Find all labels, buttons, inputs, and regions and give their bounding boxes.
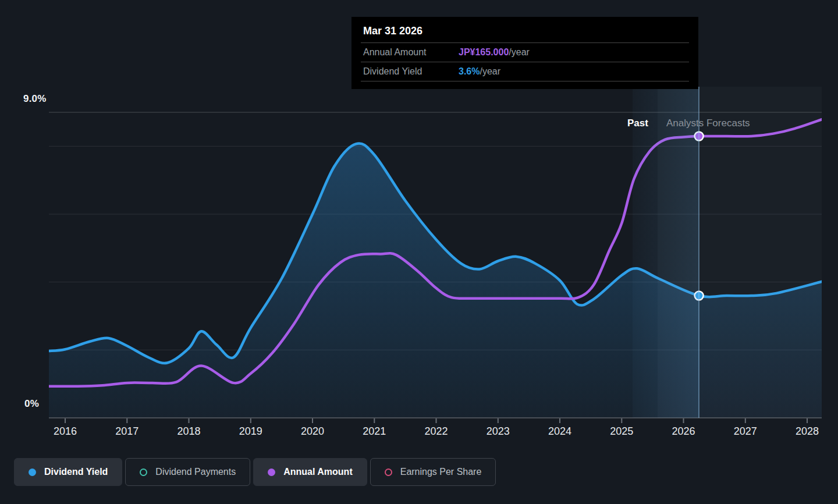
- legend-label: Dividend Yield: [44, 467, 108, 477]
- x-axis-label: 2018: [177, 425, 200, 438]
- x-axis-label: 2027: [734, 425, 757, 438]
- annual-amount-marker: [695, 132, 704, 141]
- tooltip-row-label: Annual Amount: [363, 47, 459, 58]
- legend-button-annual-amount[interactable]: Annual Amount: [253, 458, 367, 486]
- tooltip-date-title: Mar 31 2026: [361, 17, 689, 42]
- x-axis-label: 2021: [363, 425, 386, 438]
- tooltip-row-value: JP¥165.000: [459, 47, 509, 58]
- tooltip-row-value: 3.6%: [459, 66, 480, 77]
- y-axis-min-label: 0%: [24, 398, 39, 410]
- legend-outline-dot-icon: [140, 468, 147, 476]
- x-axis-label: 2017: [115, 425, 139, 438]
- tooltip-row-suffix: /year: [509, 47, 530, 58]
- past-label: Past: [627, 118, 648, 129]
- legend-filled-dot-icon: [268, 468, 275, 476]
- legend-outline-dot-icon: [385, 468, 392, 476]
- tooltip-row-suffix: /year: [480, 66, 500, 77]
- y-axis-max-label: 9.0%: [23, 93, 47, 105]
- chart-tooltip: Mar 31 2026 Annual AmountJP¥165.000/year…: [351, 17, 698, 89]
- x-axis-label: 2028: [796, 425, 819, 438]
- x-axis-label: 2026: [672, 425, 695, 438]
- tooltip-row-label: Dividend Yield: [363, 66, 459, 77]
- legend-label: Dividend Payments: [155, 467, 236, 477]
- x-axis-label: 2019: [239, 425, 262, 438]
- x-axis-label: 2020: [301, 425, 324, 438]
- legend-filled-dot-icon: [29, 468, 36, 476]
- chart-legend: Dividend YieldDividend PaymentsAnnual Am…: [14, 458, 496, 486]
- dividend-yield-marker: [695, 292, 704, 300]
- dividend-chart-page: 9.0% 0% Past Analysts Forecasts 20162017…: [0, 0, 838, 504]
- x-axis-label: 2025: [610, 425, 633, 438]
- tooltip-row: Dividend Yield3.6%/year: [361, 62, 689, 81]
- analysts-forecasts-label: Analysts Forecasts: [666, 118, 750, 129]
- legend-button-dividend-payments[interactable]: Dividend Payments: [125, 458, 250, 486]
- x-axis-label: 2016: [54, 425, 77, 438]
- chart-area[interactable]: 9.0% 0% Past Analysts Forecasts 20162017…: [0, 0, 838, 454]
- tooltip-row: Annual AmountJP¥165.000/year: [361, 42, 689, 62]
- legend-label: Earnings Per Share: [400, 467, 482, 477]
- legend-button-earnings-per-share[interactable]: Earnings Per Share: [370, 458, 496, 486]
- x-axis-label: 2024: [548, 425, 571, 438]
- dividend-yield-area-fill: [48, 143, 822, 418]
- x-axis-label: 2023: [487, 425, 510, 438]
- tooltip-rows: Annual AmountJP¥165.000/yearDividend Yie…: [361, 42, 689, 81]
- legend-label: Annual Amount: [283, 467, 353, 477]
- legend-button-dividend-yield[interactable]: Dividend Yield: [14, 458, 122, 486]
- x-axis-label: 2022: [424, 425, 448, 438]
